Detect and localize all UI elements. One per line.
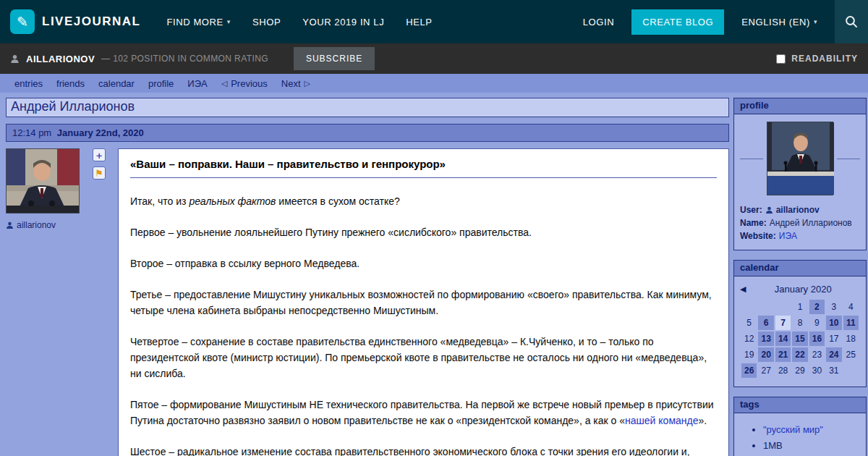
calendar-day-25: 25	[843, 347, 859, 362]
entry-paragraph: Второе – отправка в ссылку верного Медве…	[130, 256, 717, 271]
profile-name-row: Name: Андрей Илларионов	[740, 216, 860, 229]
calendar-day-21[interactable]: 21	[775, 347, 791, 362]
calendar-day-7[interactable]: 7	[775, 316, 791, 330]
entry-paragraph: Итак, что из реальных фактов имеется в с…	[130, 193, 717, 209]
user-icon	[6, 221, 14, 229]
subscribe-button[interactable]: SUBSCRIBE	[294, 47, 375, 70]
jnav-profile[interactable]: profile	[148, 78, 174, 89]
calendar-empty-cell	[775, 300, 791, 314]
readability-checkbox[interactable]	[776, 54, 786, 64]
calendar-day-11[interactable]: 11	[843, 316, 859, 330]
previous-entry-link[interactable]: ◁ Previous	[221, 78, 268, 89]
tag-link[interactable]: 1MB	[763, 440, 783, 451]
entry-emphasis: реальных фактов	[189, 195, 276, 207]
calendar-day-16[interactable]: 16	[809, 332, 825, 346]
main-column: Андрей Илларионов 12:14 pm January 22nd,…	[6, 98, 729, 456]
previous-arrow-icon: ◁	[221, 79, 227, 88]
topnav-right: LOGIN CREATE BLOG ENGLISH (EN) ▾	[583, 0, 868, 43]
calendar-day-2[interactable]: 2	[809, 300, 825, 314]
next-entry-link[interactable]: Next ▷	[281, 78, 310, 89]
livejournal-logo[interactable]: ✎ LIVEJOURNAL	[10, 9, 140, 34]
profile-photo[interactable]	[767, 122, 833, 195]
calendar-week-row: 12131415161718	[741, 332, 859, 346]
entry-paragraph: Пятое – формирование Мишустиным НЕ техни…	[130, 397, 717, 428]
userpic-wrap: ＋ ⚑	[6, 148, 118, 214]
calendar-day-22[interactable]: 22	[792, 347, 807, 362]
profile-name-value: Андрей Илларионов	[770, 216, 852, 229]
topnav-links: FIND MORE ▾ SHOP YOUR 2019 IN LJ HELP	[166, 17, 432, 28]
profile-name-label: Name:	[740, 216, 767, 229]
nav-find-more-label: FIND MORE	[166, 17, 223, 28]
add-friend-button[interactable]: ＋	[93, 148, 106, 161]
calendar-day-24[interactable]: 24	[826, 347, 841, 362]
profile-widget: profile	[733, 98, 867, 250]
calendar-widget: calendar ◀ January 2020 1234567891011121…	[733, 260, 867, 387]
calendar-day-18: 18	[843, 332, 859, 346]
nav-shop[interactable]: SHOP	[252, 17, 281, 28]
calendar-day-14[interactable]: 14	[775, 332, 791, 346]
journal-nav: entries friends calendar profile ИЭА ◁ P…	[0, 74, 868, 93]
language-selector[interactable]: ENGLISH (EN) ▾	[741, 17, 817, 28]
jnav-friends[interactable]: friends	[56, 78, 85, 89]
tags-widget-header: tags	[733, 397, 867, 413]
tag-item: 1MB	[763, 438, 860, 454]
profile-widget-header: profile	[733, 98, 867, 114]
calendar-day-20[interactable]: 20	[758, 347, 773, 362]
login-button[interactable]: LOGIN	[583, 17, 614, 28]
track-flag-button[interactable]: ⚑	[93, 166, 106, 180]
tags-widget-body: "русский мир"1MB2MB	[733, 413, 867, 456]
calendar-day-1: 1	[792, 300, 807, 314]
entry-date: January 22nd, 2020	[57, 127, 144, 138]
calendar-day-28: 28	[775, 363, 791, 378]
entry-author-link[interactable]: aillarionov	[17, 220, 56, 230]
profile-user-link[interactable]: aillarionov	[776, 203, 820, 216]
top-navbar: ✎ LIVEJOURNAL FIND MORE ▾ SHOP YOUR 2019…	[0, 0, 868, 43]
profile-website-link[interactable]: ИЭА	[779, 229, 797, 242]
calendar-day-12: 12	[741, 332, 757, 346]
profile-info: User: aillarionov Name: Андрей Илларионо…	[740, 203, 860, 242]
profile-website-label: Website:	[740, 229, 776, 242]
search-icon	[844, 14, 859, 29]
userpic-caption: aillarionov	[6, 220, 118, 230]
calendar-week-row: 262728293031	[741, 363, 859, 378]
calendar-empty-cell	[741, 300, 757, 314]
userpic[interactable]	[6, 148, 80, 214]
user-bar: AILLARIONOV — 102 POSITION IN COMMON RAT…	[0, 43, 868, 74]
jnav-iea[interactable]: ИЭА	[187, 78, 207, 89]
calendar-month-label: January 2020	[746, 284, 860, 295]
language-label: ENGLISH (EN)	[741, 17, 810, 28]
calendar-day-6[interactable]: 6	[758, 316, 773, 330]
sidebar: profile	[733, 98, 867, 456]
calendar-day-26[interactable]: 26	[741, 363, 757, 378]
entry-row: ＋ ⚑ aillarionov «Ваши – попр	[6, 148, 729, 456]
search-button[interactable]	[835, 0, 868, 43]
userbar-username-link[interactable]: AILLARIONOV	[26, 54, 95, 64]
calendar-day-10[interactable]: 10	[826, 316, 841, 330]
tags-list: "русский мир"1MB2MB	[750, 422, 860, 456]
entry-paragraph: Шестое – радикальное изменение состава п…	[130, 444, 717, 456]
tag-link[interactable]: "русский мир"	[763, 424, 823, 435]
entry-paragraph: Четвертое – сохранение в составе правите…	[130, 334, 717, 381]
profile-user-row: User: aillarionov	[740, 203, 860, 216]
tags-widget: tags "русский мир"1MB2MB	[733, 397, 867, 456]
userbar-rating: — 102 POSITION IN COMMON RATING	[101, 54, 268, 64]
entry-time: 12:14 pm	[12, 127, 51, 138]
nav-find-more[interactable]: FIND MORE ▾	[166, 17, 230, 28]
entry-inline-link[interactable]: нашей команде	[625, 415, 698, 426]
nav-your-2019[interactable]: YOUR 2019 IN LJ	[302, 17, 384, 28]
profile-photo-row	[740, 122, 860, 195]
profile-widget-body: User: aillarionov Name: Андрей Илларионо…	[733, 114, 867, 250]
previous-month-arrow-icon[interactable]: ◀	[740, 284, 746, 294]
entry-text: Итак, что из	[130, 195, 189, 207]
calendar-day-15[interactable]: 15	[792, 332, 807, 346]
entry-text: Четвертое – сохранение в составе правите…	[130, 336, 707, 379]
profile-user-label: User:	[740, 203, 762, 216]
nav-help[interactable]: HELP	[406, 17, 432, 28]
jnav-entries[interactable]: entries	[14, 78, 43, 89]
entry-text: Третье – предоставление Мишустину уникал…	[130, 289, 712, 316]
calendar-day-13[interactable]: 13	[758, 332, 773, 346]
entry-box: «Ваши – поправки. Наши – правительство и…	[118, 148, 729, 456]
userbar-right: READABILITY	[776, 54, 858, 64]
jnav-calendar[interactable]: calendar	[98, 78, 135, 89]
create-blog-button[interactable]: CREATE BLOG	[631, 9, 724, 35]
